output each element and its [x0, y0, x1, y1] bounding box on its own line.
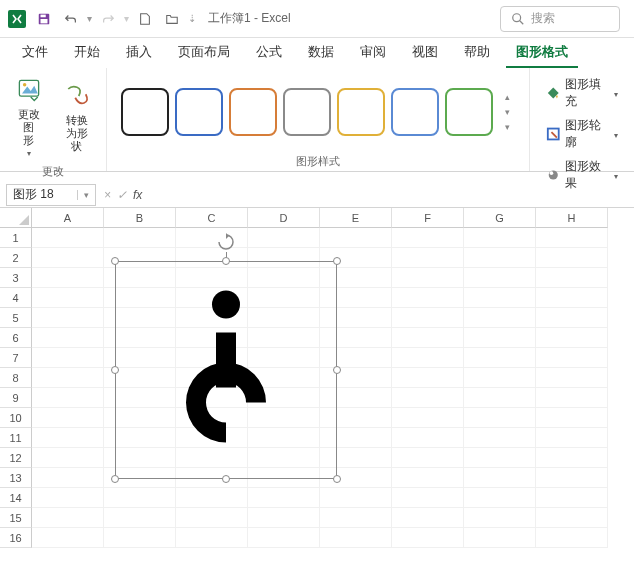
cell[interactable] — [464, 428, 536, 448]
row-header[interactable]: 1 — [0, 228, 32, 248]
cell[interactable] — [32, 288, 104, 308]
cell[interactable] — [392, 308, 464, 328]
cell[interactable] — [392, 468, 464, 488]
tab-home[interactable]: 开始 — [64, 38, 110, 68]
row-header[interactable]: 16 — [0, 528, 32, 548]
cell[interactable] — [536, 268, 608, 288]
column-header[interactable]: E — [320, 208, 392, 228]
cell[interactable] — [248, 228, 320, 248]
row-header[interactable]: 2 — [0, 248, 32, 268]
column-header[interactable]: B — [104, 208, 176, 228]
style-swatch-1[interactable] — [121, 88, 169, 136]
row-header[interactable]: 8 — [0, 368, 32, 388]
cell[interactable] — [32, 408, 104, 428]
redo-dropdown[interactable]: ▾ — [124, 13, 129, 24]
cell[interactable] — [176, 508, 248, 528]
tab-help[interactable]: 帮助 — [454, 38, 500, 68]
cell[interactable] — [536, 428, 608, 448]
cell[interactable] — [464, 408, 536, 428]
style-swatch-7[interactable] — [445, 88, 493, 136]
cell[interactable] — [536, 468, 608, 488]
redo-button[interactable] — [97, 8, 119, 30]
cell[interactable] — [464, 248, 536, 268]
cell[interactable] — [32, 488, 104, 508]
resize-handle-e[interactable] — [333, 366, 341, 374]
select-all-corner[interactable] — [0, 208, 32, 228]
name-box[interactable]: 图形 18 ▾ — [6, 184, 96, 206]
cell[interactable] — [104, 528, 176, 548]
resize-handle-nw[interactable] — [111, 257, 119, 265]
undo-dropdown[interactable]: ▾ — [87, 13, 92, 24]
cell[interactable] — [392, 508, 464, 528]
cell[interactable] — [536, 348, 608, 368]
resize-handle-n[interactable] — [222, 257, 230, 265]
confirm-icon[interactable]: ✓ — [117, 188, 127, 202]
cell[interactable] — [536, 388, 608, 408]
cell[interactable] — [536, 448, 608, 468]
tab-review[interactable]: 审阅 — [350, 38, 396, 68]
cell[interactable] — [392, 228, 464, 248]
tab-view[interactable]: 视图 — [402, 38, 448, 68]
cell[interactable] — [392, 448, 464, 468]
style-swatch-3[interactable] — [229, 88, 277, 136]
column-header[interactable]: D — [248, 208, 320, 228]
resize-handle-s[interactable] — [222, 475, 230, 483]
cell[interactable] — [536, 228, 608, 248]
gallery-up[interactable]: ▴ — [501, 91, 515, 103]
row-header[interactable]: 7 — [0, 348, 32, 368]
column-header[interactable]: F — [392, 208, 464, 228]
cell[interactable] — [32, 508, 104, 528]
cancel-icon[interactable]: × — [104, 188, 111, 202]
cell[interactable] — [32, 308, 104, 328]
cell[interactable] — [32, 468, 104, 488]
rotate-handle[interactable] — [216, 232, 236, 252]
resize-handle-se[interactable] — [333, 475, 341, 483]
cell[interactable] — [464, 468, 536, 488]
cell[interactable] — [392, 428, 464, 448]
cell[interactable] — [464, 448, 536, 468]
cell[interactable] — [536, 308, 608, 328]
cell[interactable] — [32, 428, 104, 448]
qat-customize[interactable]: ⇣ — [188, 13, 196, 24]
cell[interactable] — [392, 488, 464, 508]
question-mark-shape[interactable] — [176, 288, 276, 453]
cell[interactable] — [464, 268, 536, 288]
cell[interactable] — [536, 288, 608, 308]
cell[interactable] — [536, 248, 608, 268]
cell[interactable] — [464, 348, 536, 368]
row-header[interactable]: 12 — [0, 448, 32, 468]
column-header[interactable]: A — [32, 208, 104, 228]
tab-formulas[interactable]: 公式 — [246, 38, 292, 68]
tab-file[interactable]: 文件 — [12, 38, 58, 68]
cell[interactable] — [392, 368, 464, 388]
cell[interactable] — [320, 488, 392, 508]
search-box[interactable]: 搜索 — [500, 6, 620, 32]
cell[interactable] — [464, 368, 536, 388]
cell[interactable] — [176, 228, 248, 248]
convert-to-shape-button[interactable]: 转换 为形状 — [56, 78, 98, 157]
cell[interactable] — [320, 528, 392, 548]
row-header[interactable]: 3 — [0, 268, 32, 288]
shape-fill-button[interactable]: 图形填充 ▾ — [542, 74, 622, 112]
cell[interactable] — [248, 508, 320, 528]
cell[interactable] — [176, 488, 248, 508]
row-header[interactable]: 15 — [0, 508, 32, 528]
cell[interactable] — [536, 508, 608, 528]
cell[interactable] — [176, 528, 248, 548]
column-header[interactable]: G — [464, 208, 536, 228]
row-header[interactable]: 13 — [0, 468, 32, 488]
cell[interactable] — [464, 528, 536, 548]
new-file-button[interactable] — [134, 8, 156, 30]
cell[interactable] — [248, 488, 320, 508]
cell[interactable] — [392, 248, 464, 268]
save-button[interactable] — [33, 8, 55, 30]
cell[interactable] — [32, 388, 104, 408]
cell[interactable] — [536, 368, 608, 388]
cell[interactable] — [392, 388, 464, 408]
gallery-down[interactable]: ▾ — [501, 106, 515, 118]
cell[interactable] — [392, 268, 464, 288]
undo-button[interactable] — [60, 8, 82, 30]
name-box-dropdown[interactable]: ▾ — [77, 190, 95, 200]
shape-outline-button[interactable]: 图形轮廓 ▾ — [542, 115, 622, 153]
change-shape-button[interactable]: 更改图 形 ▾ — [8, 72, 50, 162]
